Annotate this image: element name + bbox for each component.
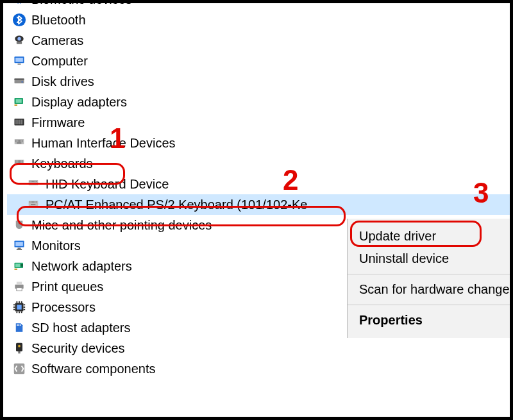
svg-rect-36 (19, 160, 20, 161)
svg-rect-64 (15, 242, 23, 246)
svg-rect-54 (29, 201, 38, 206)
svg-rect-30 (22, 141, 22, 142)
svg-rect-14 (15, 120, 17, 125)
device-disk-drives[interactable]: Disk drives (7, 71, 513, 92)
tree-item-label: Disk drives (31, 74, 94, 89)
svg-rect-11 (15, 105, 18, 106)
device-security-devices[interactable]: Security devices (7, 338, 513, 358)
tree-item-label: Keyboards (31, 156, 93, 171)
svg-rect-51 (35, 181, 35, 181)
svg-rect-73 (17, 288, 22, 291)
device-firmware[interactable]: Firmware (7, 112, 513, 133)
mouse-icon (11, 218, 28, 232)
svg-rect-65 (18, 248, 21, 249)
svg-rect-31 (17, 142, 21, 143)
disk-drive-icon (11, 74, 28, 88)
svg-rect-17 (21, 120, 22, 125)
svg-rect-35 (18, 160, 19, 161)
svg-rect-46 (29, 180, 38, 185)
svg-rect-25 (15, 141, 16, 142)
svg-rect-39 (15, 162, 16, 162)
svg-rect-33 (15, 160, 16, 161)
svg-rect-24 (22, 140, 22, 140)
svg-rect-15 (17, 120, 19, 125)
svg-rect-90 (20, 324, 21, 326)
menu-uninstall-device[interactable]: Uninstall device (348, 248, 513, 270)
svg-rect-45 (17, 163, 21, 164)
device-software-components[interactable]: Software components (7, 358, 513, 379)
tree-item-label: Cameras (31, 33, 83, 48)
svg-rect-48 (31, 181, 31, 181)
tree-item-label: PC/AT Enhanced PS/2 Keyboard (101/102-Ke… (46, 197, 307, 212)
tree-item-label: Bluetooth (31, 13, 86, 28)
svg-rect-93 (18, 351, 20, 353)
menu-separator (348, 305, 513, 305)
svg-rect-49 (32, 181, 33, 181)
software-component-icon (11, 362, 28, 376)
sd-card-icon (11, 321, 28, 335)
svg-rect-27 (18, 141, 19, 142)
menu-properties[interactable]: Properties (348, 309, 513, 332)
svg-point-2 (17, 37, 21, 40)
menu-separator (348, 274, 513, 274)
firmware-icon (11, 115, 28, 130)
keyboard-icon (25, 177, 42, 191)
bluetooth-icon (11, 13, 28, 27)
svg-rect-47 (29, 181, 30, 181)
tree-item-label: Mice and other pointing devices (31, 218, 212, 233)
device-hid-keyboard[interactable]: HID Keyboard Device (7, 174, 513, 194)
svg-rect-29 (21, 141, 21, 142)
camera-icon (11, 33, 28, 47)
svg-rect-52 (36, 181, 37, 181)
network-adapter-icon (11, 259, 28, 273)
svg-rect-42 (19, 162, 20, 162)
tree-item-label: Monitors (31, 239, 81, 253)
svg-rect-37 (21, 160, 21, 161)
menu-scan-hardware[interactable]: Scan for hardware changes (348, 278, 513, 301)
device-bluetooth[interactable]: Bluetooth (7, 10, 513, 30)
tree-item-label: SD host adapters (31, 321, 131, 335)
svg-rect-6 (18, 63, 21, 65)
tree-item-label: HID Keyboard Device (46, 177, 169, 192)
device-biometric-devices[interactable]: Biometric devices (7, 0, 513, 10)
svg-rect-59 (35, 201, 35, 202)
context-menu: Update driver Uninstall device Scan for … (347, 219, 513, 338)
monitor-icon (11, 239, 28, 253)
svg-rect-69 (21, 264, 23, 267)
svg-rect-50 (33, 181, 34, 181)
svg-rect-66 (17, 249, 22, 250)
device-cameras[interactable]: Cameras (7, 30, 513, 51)
computer-icon (11, 54, 28, 68)
svg-rect-34 (17, 160, 17, 161)
svg-rect-70 (15, 269, 18, 270)
svg-rect-16 (19, 120, 21, 125)
svg-rect-5 (15, 58, 23, 62)
tree-item-label: Computer (31, 54, 88, 69)
device-display-adapters[interactable]: Display adapters (7, 92, 513, 112)
svg-rect-89 (19, 324, 20, 326)
device-keyboards[interactable]: Keyboards (7, 153, 513, 174)
keyboard-icon (11, 136, 28, 150)
menu-update-driver[interactable]: Update driver (348, 225, 513, 248)
svg-rect-8 (15, 79, 24, 80)
svg-rect-57 (32, 201, 33, 202)
device-hid[interactable]: Human Interface Devices (7, 133, 513, 153)
device-computer[interactable]: Computer (7, 51, 513, 71)
svg-rect-40 (17, 162, 17, 162)
tree-item-label: Firmware (31, 115, 85, 130)
svg-rect-43 (21, 162, 21, 162)
printer-icon (11, 280, 28, 294)
tree-item-label: Network adapters (31, 259, 132, 274)
svg-rect-53 (31, 183, 35, 184)
svg-rect-88 (17, 324, 18, 326)
svg-rect-55 (29, 201, 30, 202)
svg-rect-68 (15, 264, 21, 267)
svg-point-9 (21, 81, 22, 83)
svg-rect-58 (33, 201, 34, 202)
svg-rect-20 (17, 140, 17, 140)
svg-rect-62 (19, 221, 20, 224)
device-ps2-keyboard[interactable]: PC/AT Enhanced PS/2 Keyboard (101/102-Ke… (7, 194, 513, 215)
tree-item-label: Human Interface Devices (31, 136, 176, 151)
svg-rect-72 (17, 282, 22, 285)
svg-rect-26 (17, 141, 17, 142)
